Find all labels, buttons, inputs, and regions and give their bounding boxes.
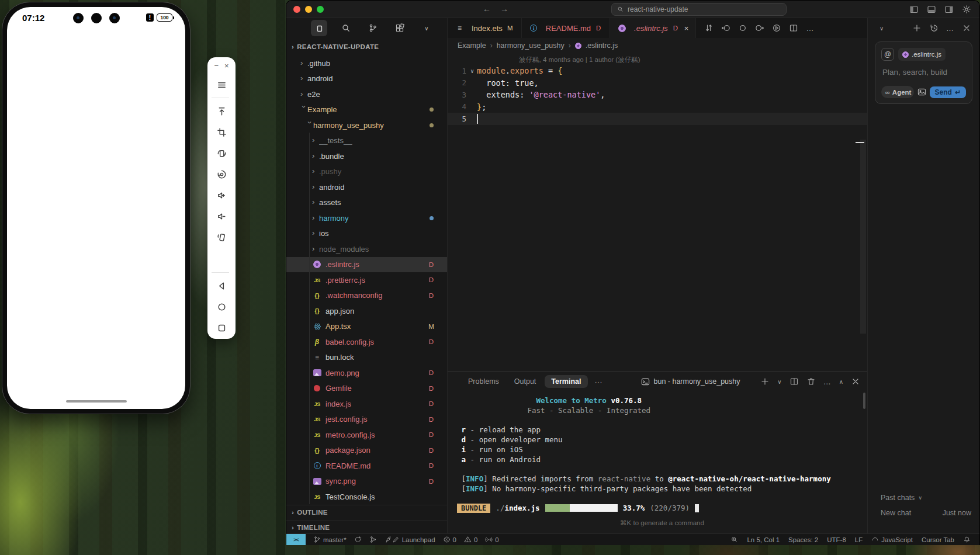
- maximize-window-button[interactable]: [317, 6, 324, 13]
- status-item-0[interactable]: 0: [443, 536, 456, 543]
- screen-rotate-button[interactable]: [212, 164, 231, 184]
- status-item-zoom-icon[interactable]: [730, 536, 738, 543]
- explorer-item-metro-config-js[interactable]: JSmetro.config.jsD: [286, 427, 447, 443]
- explorer-item-harmony-use-pushy[interactable]: ›harmony_use_pushy: [286, 117, 447, 133]
- new-chat-item[interactable]: New chat: [881, 509, 911, 517]
- history-back-button[interactable]: ←: [483, 4, 491, 13]
- upload-button[interactable]: [212, 101, 231, 121]
- add-context-button[interactable]: @: [881, 48, 894, 61]
- history-icon[interactable]: [929, 23, 939, 33]
- tab-index-ets[interactable]: ≡Index.etsM: [448, 18, 522, 38]
- split-editor-icon[interactable]: [789, 23, 798, 33]
- more-icon[interactable]: …: [946, 24, 954, 33]
- status-item-launchpad[interactable]: Launchpad: [385, 536, 435, 543]
- explorer-item-package-json[interactable]: {}package.jsonD: [286, 443, 447, 459]
- layout-left-icon[interactable]: [909, 5, 919, 14]
- back-button[interactable]: [212, 276, 231, 296]
- volume-up-button[interactable]: [212, 185, 231, 205]
- activity-files-button[interactable]: [311, 20, 327, 36]
- explorer-item-demo-png[interactable]: demo.pngD: [286, 365, 447, 381]
- gear-icon[interactable]: [962, 5, 971, 14]
- status-item-ln-5-col-1[interactable]: Ln 5, Col 1: [747, 536, 780, 543]
- explorer-item--pushy[interactable]: ›.pushy: [286, 164, 447, 180]
- add-icon[interactable]: [760, 377, 770, 386]
- context-file-chip[interactable]: .eslintrc.js: [898, 48, 946, 61]
- status-item-bell-icon[interactable]: [963, 536, 971, 543]
- explorer-item-ios[interactable]: ›ios: [286, 226, 447, 242]
- status-item-master-[interactable]: master*: [313, 536, 347, 543]
- activity-source-control-button[interactable]: [365, 20, 381, 36]
- explorer-item-assets[interactable]: ›assets: [286, 195, 447, 211]
- explorer-item-android[interactable]: ›android: [286, 179, 447, 195]
- status-item-cursor-tab[interactable]: Cursor Tab: [922, 536, 954, 543]
- close-tab-button[interactable]: ×: [684, 24, 689, 33]
- explorer-item-e2e[interactable]: ›e2e: [286, 86, 447, 102]
- layout-right-icon[interactable]: [944, 5, 954, 14]
- explorer-item--tests-[interactable]: ›__tests__: [286, 133, 447, 149]
- explorer-item--github[interactable]: ›.github: [286, 56, 447, 71]
- explorer-item-app-tsx[interactable]: App.tsxM: [286, 319, 447, 335]
- rotate-device-button[interactable]: [212, 143, 231, 163]
- home-indicator[interactable]: [66, 400, 127, 403]
- more-icon[interactable]: ···: [595, 377, 602, 386]
- explorer-item-harmony[interactable]: ›harmony: [286, 210, 447, 226]
- panel-tab-terminal[interactable]: Terminal: [545, 375, 587, 388]
- breadcrumb-segment[interactable]: Example: [458, 41, 486, 50]
- layout-bottom-icon[interactable]: [927, 5, 936, 14]
- explorer-item-testconsole-js[interactable]: JSTestConsole.js: [286, 489, 447, 505]
- phone-screen[interactable]: 07:12 ! 100: [7, 7, 185, 409]
- chat-input-box[interactable]: @ .eslintrc.js Plan, search, build ∞ Age…: [875, 41, 972, 104]
- recents-button[interactable]: [212, 318, 231, 338]
- home-button[interactable]: [212, 297, 231, 317]
- add-icon[interactable]: [912, 23, 922, 33]
- tab--eslintrc-js[interactable]: .eslintrc.jsD×: [610, 18, 696, 38]
- volume-down-button[interactable]: [212, 206, 231, 226]
- breadcrumb[interactable]: Example›harmony_use_pushy›.eslintrc.js: [448, 38, 867, 53]
- menu-button[interactable]: [212, 75, 231, 95]
- command-center-search[interactable]: react-native-update: [611, 3, 787, 16]
- history-forward-button[interactable]: →: [500, 4, 508, 13]
- explorer-item-bun-lock[interactable]: ≡bun.lock: [286, 350, 447, 366]
- explorer-item--prettierrc-js[interactable]: JS.prettierrc.jsD: [286, 272, 447, 288]
- more-icon[interactable]: …: [806, 24, 814, 33]
- chevron-down-icon[interactable]: ∨: [777, 379, 781, 385]
- status-item-lf[interactable]: LF: [855, 536, 863, 543]
- activity-chevron-down-button[interactable]: ∨: [418, 20, 435, 36]
- status-item-0[interactable]: 0: [485, 536, 498, 543]
- explorer-item--bundle[interactable]: ›.bundle: [286, 148, 447, 164]
- status-item-utf-8[interactable]: UTF-8: [827, 536, 846, 543]
- explorer-item-gemfile[interactable]: GemfileD: [286, 381, 447, 397]
- activity-extensions-button[interactable]: [392, 20, 408, 36]
- explorer-item-babel-config-js[interactable]: βbabel.config.jsD: [286, 334, 447, 350]
- fold-chevron-icon[interactable]: ∨: [468, 68, 477, 74]
- explorer-item-sync-png[interactable]: sync.pngD: [286, 474, 447, 490]
- explorer-item-readme-md[interactable]: iREADME.mdD: [286, 458, 447, 474]
- explorer-header[interactable]: › REACT-NATIVE-UPDATE: [286, 38, 447, 56]
- sidebar-section-outline[interactable]: ›OUTLINE: [286, 505, 447, 520]
- toolbar-minimize-button[interactable]: −: [214, 62, 219, 70]
- compare-changes-icon[interactable]: [704, 23, 714, 33]
- explorer-item--watchmanconfig[interactable]: {}.watchmanconfigD: [286, 288, 447, 304]
- panel-tab-output[interactable]: Output: [508, 375, 543, 388]
- sidebar-section-timeline[interactable]: ›TIMELINE: [286, 520, 447, 535]
- status-item-graph-icon[interactable]: [369, 536, 377, 543]
- status-item-sync-icon[interactable]: [354, 536, 362, 543]
- activity-search-button[interactable]: [338, 20, 354, 36]
- close-icon[interactable]: [851, 377, 860, 386]
- tab-readme-md[interactable]: iREADME.mdD: [522, 18, 610, 38]
- minimize-window-button[interactable]: [305, 6, 312, 13]
- close-icon[interactable]: [962, 23, 971, 33]
- agent-mode-selector[interactable]: ∞ Agent ∨: [881, 86, 914, 98]
- explorer-item-app-json[interactable]: {}app.json: [286, 303, 447, 319]
- chevron-up-icon[interactable]: ∧: [839, 379, 843, 385]
- explorer-item-android[interactable]: ›android: [286, 71, 447, 87]
- shake-button[interactable]: [212, 227, 231, 247]
- status-item-0[interactable]: 0: [464, 536, 477, 543]
- crop-button[interactable]: [212, 122, 231, 142]
- explorer-item--eslintrc-js[interactable]: .eslintrc.jsD: [286, 257, 447, 273]
- code-line-5[interactable]: 5: [448, 113, 867, 125]
- code-line-2[interactable]: 2 root: true,: [448, 77, 867, 89]
- remote-indicator[interactable]: ><: [286, 534, 306, 545]
- split-panel-icon[interactable]: [789, 377, 799, 386]
- panel-tab-problems[interactable]: Problems: [462, 375, 505, 388]
